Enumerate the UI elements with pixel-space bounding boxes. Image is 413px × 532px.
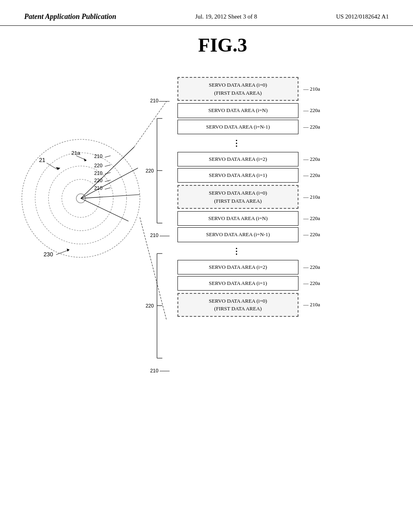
svg-text:220: 220	[94, 178, 103, 184]
svg-point-1	[35, 153, 127, 244]
header-right-text: US 2012/0182642 A1	[336, 12, 389, 21]
data-box-3: SERVO DATA AREA (i=N-1)	[177, 120, 298, 134]
label-220-bot: 220	[146, 303, 154, 309]
label-220-top: 220	[146, 168, 154, 174]
label-210-box1: 210	[150, 98, 159, 104]
data-box-8: SERVO DATA AREA (i=N)	[177, 211, 298, 226]
box-row-7: SERVO DATA AREA (i=0)(FIRST DATA AREA) —…	[177, 185, 379, 209]
svg-point-2	[48, 166, 113, 231]
svg-line-9	[47, 163, 58, 170]
svg-point-0	[22, 139, 140, 258]
svg-line-5	[81, 147, 134, 198]
svg-point-4	[76, 194, 86, 203]
data-box-6: SERVO DATA AREA (i=1)	[177, 168, 298, 183]
label-220a-6: — 220a	[303, 172, 320, 179]
box-row-8: SERVO DATA AREA (i=N) — 220a	[177, 211, 379, 226]
svg-line-13	[56, 250, 69, 255]
box-row-13: SERVO DATA AREA (i=0)(FIRST DATA AREA) —…	[177, 293, 379, 317]
svg-text:210: 210	[94, 186, 103, 191]
box-row-11: SERVO DATA AREA (i=2) — 220a	[177, 260, 379, 274]
dots-2: ⋮	[177, 246, 298, 256]
box-row-1: SERVO DATA AREA (i=0)(FIRST DATA AREA) —…	[177, 77, 379, 101]
label-21-text: 21	[39, 157, 46, 164]
box-7-text: SERVO DATA AREA (i=0)(FIRST DATA AREA)	[209, 190, 267, 204]
svg-text:210: 210	[94, 170, 103, 176]
box-row-3: SERVO DATA AREA (i=N-1) — 220a	[177, 120, 379, 134]
svg-line-24	[105, 188, 111, 189]
data-box-1: SERVO DATA AREA (i=0)(FIRST DATA AREA)	[177, 77, 298, 101]
box-13-text: SERVO DATA AREA (i=0)(FIRST DATA AREA)	[209, 298, 267, 312]
label-220a-11: — 220a	[303, 264, 320, 270]
svg-line-21	[105, 165, 111, 166]
box-12-text: SERVO DATA AREA (i=1)	[209, 280, 267, 286]
data-box-2: SERVO DATA AREA (i=N)	[177, 103, 298, 118]
label-210a-13: — 210a	[303, 301, 320, 308]
svg-line-22	[105, 172, 111, 174]
svg-line-6	[81, 168, 138, 199]
svg-point-3	[62, 179, 100, 217]
svg-line-8	[81, 199, 128, 222]
svg-text:210: 210	[94, 154, 103, 159]
box-5-text: SERVO DATA AREA (i=2)	[209, 156, 267, 162]
box-row-12: SERVO DATA AREA (i=1) — 220a	[177, 276, 379, 291]
content-area: FIG.3 21 21a	[0, 26, 413, 524]
data-box-7: SERVO DATA AREA (i=0)(FIRST DATA AREA)	[177, 185, 298, 209]
data-box-5: SERVO DATA AREA (i=2)	[177, 152, 298, 166]
header-left-text: Patent Application Publication	[24, 12, 116, 21]
svg-marker-14	[67, 249, 70, 252]
data-box-11: SERVO DATA AREA (i=2)	[177, 260, 298, 274]
data-box-12: SERVO DATA AREA (i=1)	[177, 276, 298, 291]
box-11-text: SERVO DATA AREA (i=2)	[209, 264, 267, 270]
label-210a-1: — 210a	[303, 86, 320, 92]
label-210-box13: 210	[150, 368, 159, 374]
box-row-2: SERVO DATA AREA (i=N) — 220a	[177, 103, 379, 118]
svg-line-11	[76, 156, 86, 160]
svg-line-23	[105, 180, 111, 182]
page-header: Patent Application Publication Jul. 19, …	[0, 0, 413, 26]
label-210a-7: — 210a	[303, 194, 320, 200]
label-220a-9: — 220a	[303, 231, 320, 238]
label-220a-5: — 220a	[303, 156, 320, 162]
label-230-text: 230	[44, 251, 53, 258]
label-220a-12: — 220a	[303, 280, 320, 287]
boxes-container: SERVO DATA AREA (i=0)(FIRST DATA AREA) —…	[177, 77, 379, 318]
svg-line-20	[105, 156, 111, 158]
box-6-text: SERVO DATA AREA (i=1)	[209, 172, 267, 178]
box-2-text: SERVO DATA AREA (i=N)	[208, 107, 267, 113]
label-21a-text: 21a	[71, 150, 81, 156]
box-3-text: SERVO DATA AREA (i=N-1)	[206, 124, 270, 130]
svg-line-26	[140, 218, 167, 320]
data-box-13: SERVO DATA AREA (i=0)(FIRST DATA AREA)	[177, 293, 298, 317]
label-220a-3: — 220a	[303, 124, 320, 130]
svg-marker-10	[56, 167, 60, 170]
svg-line-25	[134, 102, 167, 147]
svg-line-7	[81, 195, 140, 198]
box-row-5: SERVO DATA AREA (i=2) — 220a	[177, 152, 379, 166]
box-9-text: SERVO DATA AREA (i=N-1)	[206, 231, 270, 237]
header-center-text: Jul. 19, 2012 Sheet 3 of 8	[195, 12, 257, 21]
label-220a-2: — 220a	[303, 107, 320, 114]
box-row-dots2: ⋮	[177, 244, 379, 258]
label-210-box7: 210	[150, 233, 159, 239]
box-8-text: SERVO DATA AREA (i=N)	[208, 215, 267, 221]
box-row-dots1: ⋮	[177, 136, 379, 150]
svg-marker-12	[84, 158, 87, 162]
dots-1: ⋮	[177, 138, 298, 148]
box-row-6: SERVO DATA AREA (i=1) — 220a	[177, 168, 379, 183]
box-1-text: SERVO DATA AREA (i=0)(FIRST DATA AREA)	[209, 82, 267, 96]
figure-title: FIG.3	[48, 34, 397, 56]
label-220a-8: — 220a	[303, 215, 320, 222]
diagram-container: 21 21a 230 210 220 210 220 210	[16, 60, 397, 515]
box-row-9: SERVO DATA AREA (i=N-1) — 220a	[177, 227, 379, 242]
svg-text:220: 220	[94, 163, 103, 168]
data-box-9: SERVO DATA AREA (i=N-1)	[177, 227, 298, 242]
